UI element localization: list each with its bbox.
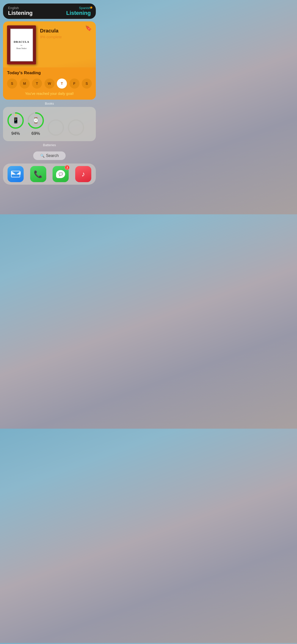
book-cover-author: Bram Stoker: [16, 47, 27, 50]
mail-icon: [11, 171, 20, 177]
phone-icon: 📞: [34, 170, 43, 178]
watch-percent: 69%: [31, 131, 40, 136]
batteries-row: ⚡ 📱 94% ⌚ 69%: [7, 112, 92, 136]
english-label: English: [8, 6, 33, 10]
english-title: Listening: [8, 10, 33, 16]
battery-iphone: ⚡ 📱 94%: [7, 112, 24, 136]
book-cover: DRACULA by Bram Stoker: [7, 25, 36, 64]
book-cover-title: DRACULA: [14, 40, 29, 43]
book-progress: 9% complete: [40, 35, 62, 39]
day-M: M: [20, 78, 30, 89]
day-S2: S: [82, 78, 92, 89]
svg-point-5: [68, 120, 83, 135]
iphone-icon: 📱: [12, 117, 19, 124]
dock: 📞 💬 2 ♪: [3, 164, 96, 185]
dock-app-music[interactable]: ♪: [75, 166, 91, 182]
messages-badge: 2: [65, 165, 70, 170]
search-button[interactable]: 🔍 Search: [33, 151, 66, 160]
day-W: W: [45, 78, 55, 89]
batteries-widget-label: Batteries: [0, 143, 99, 147]
charging-bolt: ⚡: [14, 113, 17, 116]
battery-ring-iphone: ⚡ 📱: [7, 112, 24, 129]
books-bottom: Today's Reading S M T W T F S You've rea…: [3, 67, 96, 100]
day-circles: S M T W T F S: [7, 78, 92, 89]
goal-text: You've reached your daily goal!: [7, 92, 92, 96]
dock-app-messages[interactable]: 💬 2: [53, 166, 69, 182]
dock-app-mail[interactable]: [8, 166, 24, 182]
iphone-percent: 94%: [11, 131, 20, 136]
book-name: Dracula: [40, 28, 62, 34]
search-icon: 🔍: [40, 154, 45, 158]
messages-icon: 💬: [59, 172, 63, 176]
today-reading-label: Today's Reading: [7, 70, 92, 75]
day-T2-active: T: [57, 78, 67, 89]
books-top: DRACULA by Bram Stoker Dracula 9% comple…: [3, 21, 96, 67]
day-F: F: [69, 78, 79, 89]
svg-point-4: [48, 120, 63, 135]
language-bar[interactable]: English Listening Spanish Listening: [3, 4, 96, 19]
batteries-widget: ⚡ 📱 94% ⌚ 69%: [3, 107, 96, 141]
battery-ring-empty-1: [47, 119, 64, 136]
music-icon: ♪: [81, 170, 85, 178]
book-by: by: [21, 44, 22, 46]
bookmark-icon: 🔖: [85, 25, 92, 31]
messages-bubble: 💬: [56, 170, 65, 178]
language-spanish: Spanish Listening: [66, 6, 91, 16]
spanish-label: Spanish: [79, 6, 91, 10]
battery-ring-watch: ⌚: [27, 112, 44, 129]
language-english: English Listening: [8, 6, 33, 16]
battery-empty-1: [47, 119, 64, 136]
book-info: Dracula 9% complete: [40, 25, 62, 39]
battery-empty-2: [67, 119, 84, 136]
day-T1: T: [32, 78, 42, 89]
battery-watch: ⌚ 69%: [27, 112, 44, 136]
watch-icon: ⌚: [32, 117, 39, 124]
day-S1: S: [7, 78, 17, 89]
spanish-title: Listening: [66, 10, 91, 16]
dock-app-phone[interactable]: 📞: [30, 166, 46, 182]
search-container: 🔍 Search: [0, 151, 99, 160]
battery-ring-empty-2: [67, 119, 84, 136]
books-widget-label: Books: [0, 102, 99, 105]
books-widget[interactable]: DRACULA by Bram Stoker Dracula 9% comple…: [3, 21, 96, 100]
search-label: Search: [46, 153, 59, 158]
